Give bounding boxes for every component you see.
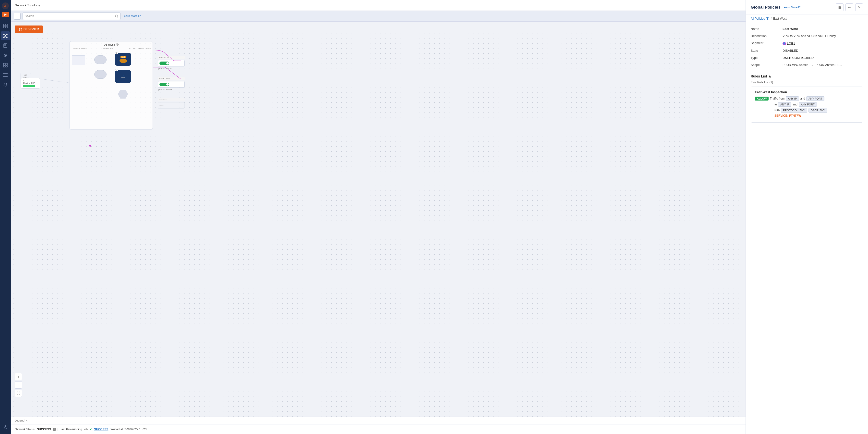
inspection-card: East-West Inspection ALLOW Traffic from … (751, 87, 863, 123)
breadcrumb-all-policies[interactable]: All Policies (3) (751, 17, 769, 20)
scope-from: PROD-VPC-Ahmed (782, 63, 808, 67)
hex-connector (118, 90, 128, 98)
info-icon[interactable]: i (53, 428, 56, 431)
azure-connector: ▲ Azure (115, 70, 131, 83)
svg-rect-4 (3, 26, 5, 28)
with-label-text: with (774, 109, 780, 112)
external-link-icon-2 (798, 6, 800, 8)
panel-title: Global Policies Learn More (751, 5, 800, 10)
column-headers: USERS & SITES SERVICES CLOUD CONNECTORS (70, 47, 153, 51)
svg-rect-3 (6, 24, 7, 26)
right-panel: Global Policies Learn More 🗑 ✏ ✕ All Pol… (746, 0, 868, 434)
any-ip-1-tag: ANY IP (786, 96, 799, 101)
name-value: East-West (782, 27, 863, 31)
and-2-text: and (793, 103, 798, 106)
filter-button[interactable] (14, 13, 21, 20)
service-text: SERVICE: FTNTFW (774, 114, 801, 117)
close-button[interactable]: ✕ (855, 3, 863, 11)
svg-line-14 (6, 36, 6, 37)
search-input[interactable] (25, 15, 114, 18)
state-label: State (751, 49, 782, 53)
detail-row-description: Description VPC to VPC and VPC to VNET P… (751, 34, 863, 38)
sidebar-item-plugins[interactable] (1, 51, 10, 60)
name-label: Name (751, 27, 782, 31)
sidebar-item-docs[interactable] (1, 41, 10, 50)
svg-line-11 (4, 35, 5, 35)
app-logo: A (1, 2, 9, 10)
status-bar: Network Status: SUCCESS i | Last Provisi… (11, 424, 746, 434)
svg-rect-5 (6, 26, 7, 28)
description-label: Description (751, 34, 782, 38)
legend-bar[interactable]: Legend ∧ (11, 416, 746, 424)
rules-header[interactable]: Rules List ∧ (751, 74, 863, 78)
designer-button[interactable]: DESIGNER (15, 26, 43, 33)
svg-point-20 (5, 55, 6, 56)
any-ip-2-tag: ANY IP (778, 102, 791, 107)
type-value: USER CONFIGURED (782, 56, 863, 60)
svg-text:A: A (4, 4, 7, 8)
any-port-1-tag: ANY PORT (806, 96, 825, 101)
segment-label: Segment (751, 41, 782, 45)
rule-line-service: SERVICE: FTNTFW (755, 114, 859, 117)
panel-learn-more-link[interactable]: Learn More (782, 6, 800, 9)
scope-value: PROD-VPC-Ahmed → PROD-Ahmed-PR... (782, 63, 863, 67)
svg-rect-34 (19, 28, 20, 29)
detail-row-type: Type USER CONFIGURED (751, 56, 863, 60)
svg-line-12 (6, 35, 6, 35)
dscp-tag: DSCP: ANY (808, 108, 827, 113)
vpc-node-1 (158, 60, 185, 66)
sidebar-item-dashboard[interactable] (1, 22, 10, 30)
breadcrumb: All Policies (3) / East-West (746, 15, 868, 23)
svg-rect-15 (4, 44, 7, 48)
zoom-out-button[interactable]: − (15, 381, 22, 388)
delete-button[interactable]: 🗑 (836, 3, 843, 11)
and-1-text: and (800, 97, 805, 100)
zoom-fit-button[interactable]: ⛶ (15, 389, 22, 397)
nav-dot (89, 145, 91, 147)
scope-to: PROD-Ahmed-PR... (815, 63, 842, 67)
us-west-body: AWS ▲ Azure 1 1 (70, 51, 153, 122)
search-box[interactable] (23, 12, 121, 20)
learn-more-link[interactable]: Learn More (122, 15, 141, 18)
scope-label: Scope (751, 63, 782, 67)
panel-header: Global Policies Learn More 🗑 ✏ ✕ (746, 0, 868, 15)
ew-rule-label: E-W Rule List (1) (751, 81, 863, 84)
svg-rect-36 (19, 29, 20, 31)
page-title: Network Topology (15, 3, 40, 7)
breadcrumb-current: East-West (773, 17, 786, 20)
external-link-icon (138, 15, 141, 18)
prod-vpc-label: | PROD-VPC-A... (158, 67, 185, 70)
right-nodes-group: AWS Cloud... | PROD-VPC-A... Azure Cloud… (158, 56, 185, 110)
breadcrumb-separator: / (771, 17, 772, 20)
sidebar-item-bell[interactable] (1, 80, 10, 89)
edit-button[interactable]: ✏ (845, 3, 853, 11)
check-icon: ✔ (90, 427, 93, 431)
globe-icon: 🌐 (782, 42, 786, 46)
sidebar-expand-button[interactable]: ▶ (2, 12, 9, 17)
provisioning-status-link[interactable]: SUCCESS (94, 428, 108, 431)
main-content: Network Topology Learn More (11, 0, 746, 434)
panel-actions: 🗑 ✏ ✕ (836, 3, 863, 11)
description-value: VPC to VPC and VPC to VNET Policy (782, 34, 863, 38)
search-icon (115, 15, 118, 18)
prod-ahmed-label: | PROD-Ahmed... (158, 88, 185, 91)
svg-rect-35 (21, 28, 22, 29)
rule-line-3: with PROTOCOL: ANY DSCP: ANY (755, 108, 859, 113)
sidebar-item-settings-list[interactable] (1, 70, 10, 80)
svg-rect-2 (3, 24, 5, 26)
sidebar-item-topology[interactable] (1, 31, 10, 40)
sidebar-item-puzzle[interactable] (1, 61, 10, 70)
zoom-controls: + − ⛶ (15, 373, 22, 397)
svg-point-28 (5, 426, 6, 428)
scope-arrow: → (810, 63, 814, 67)
us-west-title: US-WEST ⓘ (70, 41, 153, 47)
cloud-to-ghp-node: 1 Cloud-to-GHP (21, 78, 40, 88)
rules-chevron-icon: ∧ (769, 74, 771, 78)
zoom-in-button[interactable]: + (15, 373, 22, 380)
network-diagram: | IOS Branch 1 Cloud-to-GHP US-WEST ⓘ US… (21, 41, 212, 144)
sidebar-item-gear[interactable] (1, 423, 10, 432)
designer-icon (19, 27, 22, 31)
canvas-area[interactable]: DESIGNER | IOS Branch 1 Cloud-to-GHP US-… (11, 22, 746, 416)
traffic-from-text: Traffic from (770, 97, 784, 100)
protocol-tag: PROTOCOL: ANY (781, 108, 807, 113)
